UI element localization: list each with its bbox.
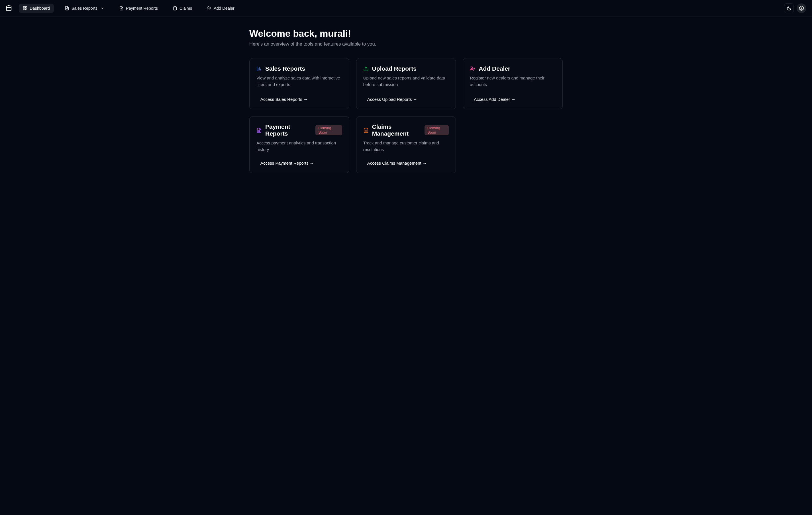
card-add-dealer: Add Dealer Register new dealers and mana… [463,58,563,110]
card-description: Register new dealers and manage their ac… [470,75,556,89]
nav-claims[interactable]: Claims [169,4,196,13]
svg-rect-26 [365,128,367,129]
svg-point-14 [801,7,802,8]
nav-dashboard[interactable]: Dashboard [19,4,54,13]
card-payment-reports: Payment Reports Coming Soon Access payme… [249,116,349,173]
card-action-label: Access Claims Management → [367,161,427,165]
nav-dashboard-label: Dashboard [30,6,50,10]
nav-payment-reports-label: Payment Reports [126,6,158,10]
clipboard-icon [173,6,177,10]
file-icon [65,6,69,10]
package-icon [6,5,12,11]
coming-soon-badge: Coming Soon [315,125,342,135]
user-menu-button[interactable] [796,3,806,13]
card-description: Upload new sales reports and validate da… [363,75,449,89]
coming-soon-badge: Coming Soon [425,125,449,135]
nav-claims-label: Claims [179,6,192,10]
svg-point-10 [208,6,209,8]
chevron-down-icon [100,6,104,10]
card-action-label: Access Payment Reports → [260,161,314,165]
card-action-label: Access Sales Reports → [260,97,308,102]
svg-rect-1 [23,6,25,8]
top-nav-right [784,3,806,13]
card-action-payment-reports[interactable]: Access Payment Reports → [256,159,318,167]
card-action-upload-reports[interactable]: Access Upload Reports → [363,95,422,103]
nav-sales-reports-label: Sales Reports [71,6,97,10]
card-title: Add Dealer [478,65,510,72]
svg-rect-3 [25,8,27,10]
user-plus-icon [470,66,475,71]
card-action-label: Access Add Dealer → [474,97,515,102]
card-title: Claims Management [372,123,420,137]
card-action-claims-management[interactable]: Access Claims Management → [363,159,431,167]
nav-add-dealer-label: Add Dealer [214,6,234,10]
welcome-subtitle: Here's an overview of the tools and feat… [249,41,563,47]
bar-chart-icon [256,66,262,71]
svg-point-21 [471,67,473,68]
user-plus-icon [207,6,211,10]
top-nav-bar: Dashboard Sales Reports Payment Reports … [0,0,812,17]
card-title-row: Upload Reports [363,65,449,72]
svg-rect-4 [23,8,25,10]
card-description: View and analyze sales data with interac… [256,75,342,89]
card-description: Track and manage customer claims and res… [363,140,449,153]
dashboard-icon [23,6,27,10]
nav-payment-reports[interactable]: Payment Reports [115,4,162,13]
card-title-row: Payment Reports Coming Soon [256,123,342,137]
moon-icon [787,6,791,11]
nav-sales-reports[interactable]: Sales Reports [61,4,108,13]
clipboard-list-icon [363,128,369,133]
card-title: Upload Reports [372,65,416,72]
card-title-row: Add Dealer [470,65,556,72]
svg-rect-2 [25,6,27,8]
card-title-row: Claims Management Coming Soon [363,123,449,137]
card-upload-reports: Upload Reports Upload new sales reports … [356,58,456,110]
welcome-title: Welcome back, murali! [249,28,563,39]
file-text-icon [256,128,262,133]
card-action-label: Access Upload Reports → [367,97,417,102]
svg-rect-9 [174,6,175,7]
main-content: Welcome back, murali! Here's an overview… [241,17,571,185]
card-claims-management: Claims Management Coming Soon Track and … [356,116,456,173]
card-sales-reports: Sales Reports View and analyze sales dat… [249,58,349,110]
top-nav-left: Dashboard Sales Reports Payment Reports … [6,4,238,13]
svg-rect-0 [6,6,11,11]
file-icon [119,6,124,10]
feature-cards-grid: Sales Reports View and analyze sales dat… [249,58,563,173]
card-title: Payment Reports [265,123,311,137]
app-logo[interactable] [6,5,12,11]
nav-add-dealer[interactable]: Add Dealer [203,4,238,13]
nav-menu: Dashboard Sales Reports Payment Reports … [19,4,238,13]
card-title-row: Sales Reports [256,65,342,72]
card-title: Sales Reports [265,65,305,72]
theme-toggle-button[interactable] [784,3,794,13]
upload-icon [363,66,369,71]
user-circle-icon [799,6,804,11]
card-description: Access payment analytics and transaction… [256,140,342,153]
card-action-add-dealer[interactable]: Access Add Dealer → [470,95,519,103]
card-action-sales-reports[interactable]: Access Sales Reports → [256,95,312,103]
